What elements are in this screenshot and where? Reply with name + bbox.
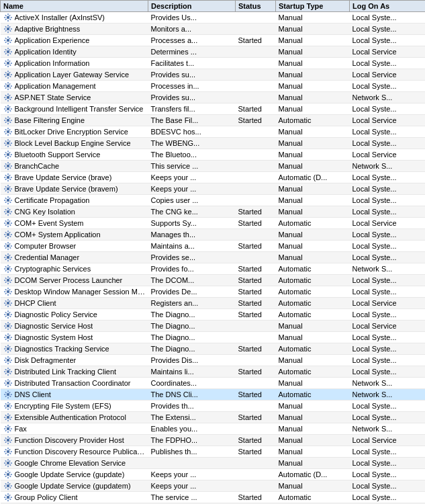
svg-rect-150 xyxy=(9,201,11,203)
svg-rect-161 xyxy=(5,212,7,214)
service-description-cell: Coordinates... xyxy=(148,378,236,389)
service-logon-cell: Local Syste... xyxy=(350,138,426,149)
table-row[interactable]: Base Filtering EngineThe Base Fil...Star… xyxy=(1,115,426,126)
table-row[interactable]: Application ExperienceProcesses a...Star… xyxy=(1,35,426,46)
table-row[interactable]: Google Chrome Elevation ServiceManualLoc… xyxy=(1,458,426,469)
table-row[interactable]: Encrypting File System (EFS)Provides th.… xyxy=(1,401,426,412)
table-row[interactable]: Computer BrowserMaintains a...StartedMan… xyxy=(1,241,426,252)
service-name-cell: Desktop Window Manager Session Manager xyxy=(1,286,148,298)
table-row[interactable]: Google Update Service (gupdatem)Keeps yo… xyxy=(1,480,426,492)
table-row[interactable]: Application Layer Gateway ServiceProvide… xyxy=(1,69,426,81)
table-row[interactable]: ActiveX Installer (AxInstSV)Provides Us.… xyxy=(1,12,426,24)
col-header-logon[interactable]: Log On As xyxy=(350,1,426,12)
table-row[interactable]: Diagnostic Policy ServiceThe Diagno...St… xyxy=(1,309,426,321)
table-row[interactable]: BranchCacheThis service ...ManualNetwork… xyxy=(1,161,426,172)
svg-rect-303 xyxy=(9,395,11,397)
table-row[interactable]: ASP.NET State ServiceProvides su...Manua… xyxy=(1,92,426,103)
svg-rect-200 xyxy=(7,271,9,274)
service-startup-cell: Automatic xyxy=(276,115,350,126)
svg-rect-357 xyxy=(9,464,11,466)
col-header-startup[interactable]: Startup Type xyxy=(276,1,350,12)
svg-point-90 xyxy=(6,130,9,133)
service-description-cell: Registers an... xyxy=(148,298,236,309)
service-status-cell xyxy=(236,92,276,103)
svg-rect-151 xyxy=(8,198,10,200)
table-row[interactable]: Diagnostics Tracking ServiceThe Diagno..… xyxy=(1,343,426,355)
service-name-text: Diagnostic Service Host xyxy=(15,322,93,330)
table-row[interactable]: Disk DefragmenterProvides Dis...ManualLo… xyxy=(1,355,426,366)
table-row[interactable]: BitLocker Drive Encryption ServiceBDESVC… xyxy=(1,126,426,138)
svg-rect-71 xyxy=(5,98,7,100)
table-row[interactable]: Block Level Backup Engine ServiceThe WBE… xyxy=(1,138,426,149)
service-name-text: DHCP Client xyxy=(15,299,56,307)
service-name-text: Brave Update Service (bravem) xyxy=(15,185,118,193)
svg-point-234 xyxy=(6,313,9,316)
service-startup-cell: Manual xyxy=(276,241,350,252)
service-name-cell: Google Chrome Elevation Service xyxy=(1,458,148,469)
service-name-text: Function Discovery Resource Publication xyxy=(15,448,146,456)
service-logon-cell: Local Service xyxy=(350,115,426,126)
table-row[interactable]: Credential ManagerProvides se...ManualLo… xyxy=(1,252,426,263)
col-header-description[interactable]: Description xyxy=(148,1,236,12)
service-name-cell: Application Information xyxy=(1,58,148,69)
table-row[interactable]: Background Intelligent Transfer ServiceT… xyxy=(1,103,426,115)
table-row[interactable]: Group Policy ClientThe service ...Starte… xyxy=(1,492,426,503)
service-status-cell: Started xyxy=(236,103,276,115)
svg-rect-271 xyxy=(7,356,9,358)
table-row[interactable]: FaxEnables you...ManualNetwork S... xyxy=(1,423,426,435)
table-row[interactable]: Adaptive BrightnessMonitors a...ManualLo… xyxy=(1,24,426,35)
svg-rect-224 xyxy=(5,292,7,294)
service-name-cell: Diagnostic Service Host xyxy=(1,321,148,332)
svg-rect-280 xyxy=(7,368,9,370)
table-row[interactable]: Diagnostic Service HostThe Diagno...Manu… xyxy=(1,321,426,332)
svg-rect-26 xyxy=(5,41,7,43)
table-row[interactable]: Function Discovery Provider HostThe FDPH… xyxy=(1,435,426,446)
service-name-wrapper: DHCP Client xyxy=(3,298,146,308)
service-name-cell: Block Level Backup Engine Service xyxy=(1,138,148,149)
table-row[interactable]: Cryptographic ServicesProvides fo...Star… xyxy=(1,263,426,275)
svg-rect-347 xyxy=(5,449,7,451)
table-row[interactable]: Brave Update Service (brave)Keeps your .… xyxy=(1,172,426,183)
service-status-cell: Started xyxy=(236,286,276,298)
table-row[interactable]: Bluetooth Support ServiceThe Bluetoo...M… xyxy=(1,149,426,161)
service-status-cell: Started xyxy=(236,446,276,458)
table-row[interactable]: DHCP ClientRegisters an...StartedAutomat… xyxy=(1,298,426,309)
svg-rect-178 xyxy=(8,232,10,234)
table-row[interactable]: CNG Key IsolationThe CNG ke...StartedMan… xyxy=(1,206,426,218)
service-name-text: Bluetooth Support Service xyxy=(15,151,101,159)
col-header-name[interactable]: Name xyxy=(1,1,148,12)
service-name-text: Desktop Window Manager Session Manager xyxy=(15,288,146,296)
table-row[interactable]: Application ManagementProcesses in...Man… xyxy=(1,81,426,92)
service-name-text: Diagnostics Tracking Service xyxy=(15,345,109,353)
table-row[interactable]: Distributed Link Tracking ClientMaintain… xyxy=(1,366,426,378)
svg-rect-148 xyxy=(10,200,12,201)
service-icon xyxy=(3,310,13,319)
service-logon-cell: Local Syste... xyxy=(350,12,426,24)
service-name-cell: Diagnostic System Host xyxy=(1,332,148,343)
table-row[interactable]: Google Update Service (gupdate)Keeps you… xyxy=(1,469,426,480)
table-row[interactable]: COM+ Event SystemSupports Sy...StartedAu… xyxy=(1,218,426,229)
svg-rect-352 xyxy=(7,459,9,461)
svg-rect-267 xyxy=(9,349,11,351)
table-row[interactable]: Distributed Transaction CoordinatorCoord… xyxy=(1,378,426,389)
svg-rect-101 xyxy=(7,146,9,148)
table-row[interactable]: Diagnostic System HostThe Diagno...Manua… xyxy=(1,332,426,343)
table-row[interactable]: COM+ System ApplicationManages th...Manu… xyxy=(1,229,426,241)
service-status-cell xyxy=(236,480,276,492)
table-row[interactable]: Function Discovery Resource PublicationP… xyxy=(1,446,426,458)
table-row[interactable]: Application IdentityDetermines ...Manual… xyxy=(1,46,426,58)
svg-rect-15 xyxy=(9,30,11,32)
svg-point-216 xyxy=(6,290,9,293)
table-row[interactable]: Desktop Window Manager Session ManagerPr… xyxy=(1,286,426,298)
table-row[interactable]: DNS ClientThe DNS Cli...StartedAutomatic… xyxy=(1,389,426,401)
svg-rect-329 xyxy=(5,426,7,428)
table-row[interactable]: Application InformationFacilitates t...M… xyxy=(1,58,426,69)
table-row[interactable]: Extensible Authentication ProtocolThe Ex… xyxy=(1,412,426,423)
service-name-wrapper: Google Update Service (gupdate) xyxy=(3,470,146,479)
col-header-status[interactable]: Status xyxy=(236,1,276,12)
table-row[interactable]: Certificate PropagationCopies user ...Ma… xyxy=(1,195,426,206)
svg-rect-313 xyxy=(8,403,10,405)
table-row[interactable]: DCOM Server Process LauncherThe DCOM...S… xyxy=(1,275,426,286)
table-row[interactable]: Brave Update Service (bravem)Keeps your … xyxy=(1,183,426,195)
svg-point-315 xyxy=(6,416,9,419)
